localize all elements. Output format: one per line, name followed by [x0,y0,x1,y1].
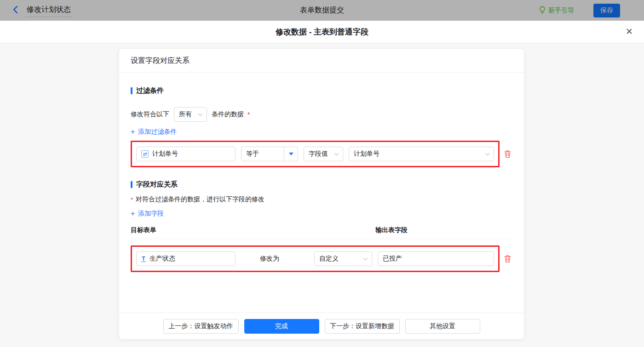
chevron-down-icon [334,151,339,156]
plus-icon: + [131,210,135,217]
operator-value: 等于 [242,150,284,158]
mapping-table-header: 目标表单 输出表字段 [131,226,513,239]
match-mode-select[interactable]: 所有 [174,107,207,122]
card-content: 过滤条件 修改符合以下 所有 条件的数据 * + 添加过滤条件 ⇄ [119,73,524,313]
target-field-input[interactable]: T 生产状态 [136,251,236,266]
delete-mapping-button[interactable] [503,254,512,263]
next-step-button[interactable]: 下一步：设置新增数据 [325,319,400,334]
add-field-link[interactable]: + 添加字段 [131,210,513,218]
chevron-down-icon [198,112,203,116]
add-field-label: 添加字段 [138,210,164,218]
filter-field-value: 计划单号 [152,150,178,158]
filter-condition-highlight: ⇄ 计划单号 等于 字段值 计划单号 [131,141,500,167]
serial-field-icon: ⇄ [141,150,149,158]
card-header: 设置字段对应关系 [119,49,524,73]
mapping-description-row: * 对符合过滤条件的数据，进行以下字段的修改 [131,195,513,204]
compare-value-select[interactable]: 计划单号 [349,147,494,161]
target-form-column-header: 目标表单 [131,226,375,234]
compare-value: 计划单号 [354,150,380,158]
chevron-down-icon [485,151,490,156]
mapping-section-label: 字段对应关系 [136,180,178,189]
operator-select[interactable]: 等于 [241,147,298,161]
delete-filter-button[interactable] [503,149,512,159]
filter-field-input[interactable]: ⇄ 计划单号 [136,147,236,161]
match-condition-row: 修改符合以下 所有 条件的数据 * [131,107,513,122]
dialog-header: 修改数据 - 主表到普通字段 ✕ [0,21,644,43]
section-marker [131,87,132,94]
value-type-select[interactable]: 字段值 [304,147,343,161]
trash-icon [504,150,512,158]
field-mapping-card: 设置字段对应关系 过滤条件 修改符合以下 所有 条件的数据 * + 添加过滤条件 [119,48,524,340]
topbar: 修改计划状态 表单数据提交 新手引导 保存 [0,0,644,21]
close-icon[interactable]: ✕ [626,26,633,37]
modify-to-label: 修改为 [241,255,298,263]
target-field-value: 生产状态 [150,255,175,263]
text-field-icon: T [141,256,146,262]
add-filter-condition-label: 添加过滤条件 [138,128,177,136]
plus-icon: + [131,129,135,135]
filter-section-label: 过滤条件 [136,86,164,95]
caret-down-icon [284,147,298,161]
mapping-row: T 生产状态 修改为 自定义 已投产 [131,245,513,272]
done-button[interactable]: 完成 [244,319,319,334]
modal-dim-overlay [0,0,644,21]
filter-section-title: 过滤条件 [131,86,513,95]
output-type-select[interactable]: 自定义 [314,251,372,266]
output-value-input[interactable]: 已投产 [378,251,494,266]
trash-icon [504,255,512,263]
prev-step-button[interactable]: 上一步：设置触发动作 [163,319,239,334]
match-prefix-label: 修改符合以下 [131,110,169,119]
output-type-value: 自定义 [319,255,339,263]
required-mark: * [131,196,133,203]
filter-condition-row: ⇄ 计划单号 等于 字段值 计划单号 [131,141,513,167]
output-value: 已投产 [383,255,402,263]
other-settings-button[interactable]: 其他设置 [405,319,480,334]
dialog-body: 设置字段对应关系 过滤条件 修改符合以下 所有 条件的数据 * + 添加过滤条件 [0,43,644,347]
mapping-section-title: 字段对应关系 [131,180,513,189]
mapping-row-highlight: T 生产状态 修改为 自定义 已投产 [131,245,500,272]
card-footer: 上一步：设置触发动作 完成 下一步：设置新增数据 其他设置 [119,313,524,339]
value-type-value: 字段值 [309,150,328,158]
required-mark: * [247,111,250,118]
match-suffix-label: 条件的数据 [212,110,244,119]
output-field-column-header: 输出表字段 [375,226,408,234]
section-marker [131,181,132,188]
match-mode-value: 所有 [179,110,192,119]
mapping-description: 对符合过滤条件的数据，进行以下字段的修改 [136,195,264,204]
chevron-down-icon [363,256,368,261]
dialog-title: 修改数据 - 主表到普通字段 [276,27,368,37]
add-filter-condition-link[interactable]: + 添加过滤条件 [131,128,513,136]
